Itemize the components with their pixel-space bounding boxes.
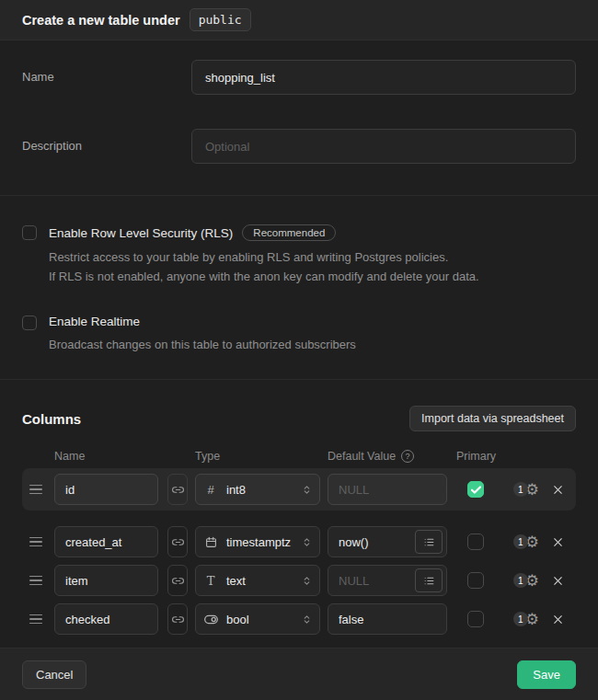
chevron-up-down-icon xyxy=(302,536,312,548)
chevron-up-down-icon xyxy=(302,484,312,496)
header-primary: Primary xyxy=(456,450,508,463)
default-value-field[interactable]: now() xyxy=(328,526,447,557)
dialog-title: Create a new table under xyxy=(22,13,180,28)
dialog-footer: Cancel Save xyxy=(0,648,598,700)
column-type-select[interactable]: T text xyxy=(195,565,320,596)
delete-column-button[interactable] xyxy=(548,610,567,628)
column-settings-button[interactable]: 1 ⚙ xyxy=(513,612,539,627)
rls-label: Enable Row Level Security (RLS) xyxy=(49,226,233,240)
columns-title: Columns xyxy=(22,411,81,427)
foreign-key-link-icon[interactable] xyxy=(167,603,188,635)
suggestions-list-icon[interactable] xyxy=(415,530,443,554)
default-value-field[interactable]: NULL xyxy=(328,474,447,505)
drag-handle-icon[interactable] xyxy=(29,534,46,551)
drag-handle-icon[interactable] xyxy=(29,611,46,628)
rls-block: Enable Row Level Security (RLS) Recommen… xyxy=(22,224,576,286)
column-type-select[interactable]: timestamptz xyxy=(195,526,320,557)
toggle-icon xyxy=(203,614,218,625)
column-type-select[interactable]: # int8 xyxy=(195,474,320,505)
default-value-field[interactable]: false xyxy=(328,603,447,635)
realtime-checkbox[interactable] xyxy=(22,316,37,330)
columns-section: Columns Import data via spreadsheet Name… xyxy=(0,379,598,648)
header-default-value: Default Value xyxy=(328,450,396,463)
column-row-id: # int8 NULL 1 xyxy=(22,468,576,511)
column-row-item: T text NULL 1 xyxy=(22,564,576,597)
dialog-header: Create a new table under public xyxy=(0,0,598,40)
column-settings-button[interactable]: 1 ⚙ xyxy=(513,534,539,550)
schema-badge: public xyxy=(190,8,251,31)
cancel-button[interactable]: Cancel xyxy=(22,660,86,689)
table-name-input[interactable] xyxy=(191,60,576,95)
drag-handle-icon[interactable] xyxy=(29,481,46,499)
realtime-block: Enable Realtime Broadcast changes on thi… xyxy=(22,315,576,354)
delete-column-button[interactable] xyxy=(548,533,567,551)
calendar-icon xyxy=(203,536,218,548)
column-name-input[interactable] xyxy=(54,565,158,596)
default-value-field[interactable]: NULL xyxy=(328,565,447,596)
table-details-section: Name Description xyxy=(0,40,598,195)
rls-description-line2: If RLS is not enabled, anyone with the a… xyxy=(49,267,576,286)
table-description-input[interactable] xyxy=(191,129,576,164)
settings-count-badge: 1 xyxy=(513,573,528,588)
columns-table-header: Name Type Default Value ? Primary xyxy=(22,450,576,463)
column-type-select[interactable]: bool xyxy=(195,603,320,635)
name-row: Name xyxy=(22,60,576,95)
text-icon: T xyxy=(203,574,218,588)
primary-key-checkbox[interactable] xyxy=(467,534,484,550)
hash-icon: # xyxy=(203,483,218,497)
suggestions-list-icon[interactable] xyxy=(415,568,443,592)
delete-column-button[interactable] xyxy=(548,480,567,499)
header-type: Type xyxy=(195,450,320,463)
create-table-dialog: Create a new table under public Name Des… xyxy=(0,0,598,700)
primary-key-checkbox[interactable] xyxy=(467,481,484,498)
column-name-input[interactable] xyxy=(54,526,158,557)
save-button[interactable]: Save xyxy=(517,660,576,689)
column-settings-button[interactable]: 1 ⚙ xyxy=(513,482,539,498)
primary-key-checkbox[interactable] xyxy=(467,572,484,589)
column-name-input[interactable] xyxy=(54,474,158,505)
name-label: Name xyxy=(22,60,191,84)
settings-count-badge: 1 xyxy=(513,612,528,626)
drag-handle-icon[interactable] xyxy=(29,572,46,590)
rls-checkbox[interactable] xyxy=(22,225,37,240)
header-name: Name xyxy=(54,450,158,463)
column-row-checked: bool false 1 ⚙ xyxy=(22,602,576,636)
default-value-help-icon[interactable]: ? xyxy=(401,450,414,463)
foreign-key-link-icon[interactable] xyxy=(167,474,188,505)
check-icon xyxy=(471,486,481,494)
realtime-label: Enable Realtime xyxy=(49,315,140,328)
chevron-up-down-icon xyxy=(302,614,312,625)
description-row: Description xyxy=(22,129,576,164)
primary-key-checkbox[interactable] xyxy=(467,611,484,627)
settings-count-badge: 1 xyxy=(513,534,528,549)
column-row-created-at: timestamptz now() 1 ⚙ xyxy=(22,525,576,558)
rls-description-line1: Restrict access to your table by enablin… xyxy=(49,247,576,267)
realtime-description: Broadcast changes on this table to autho… xyxy=(49,335,576,354)
column-name-input[interactable] xyxy=(54,603,158,635)
column-settings-button[interactable]: 1 ⚙ xyxy=(513,573,539,589)
foreign-key-link-icon[interactable] xyxy=(167,565,188,596)
foreign-key-link-icon[interactable] xyxy=(167,526,188,557)
description-label: Description xyxy=(22,129,191,153)
delete-column-button[interactable] xyxy=(548,571,567,590)
recommended-badge: Recommended xyxy=(242,224,336,241)
import-spreadsheet-button[interactable]: Import data via spreadsheet xyxy=(409,406,576,431)
options-section: Enable Row Level Security (RLS) Recommen… xyxy=(0,195,598,379)
settings-count-badge: 1 xyxy=(513,482,528,497)
chevron-up-down-icon xyxy=(302,575,312,587)
